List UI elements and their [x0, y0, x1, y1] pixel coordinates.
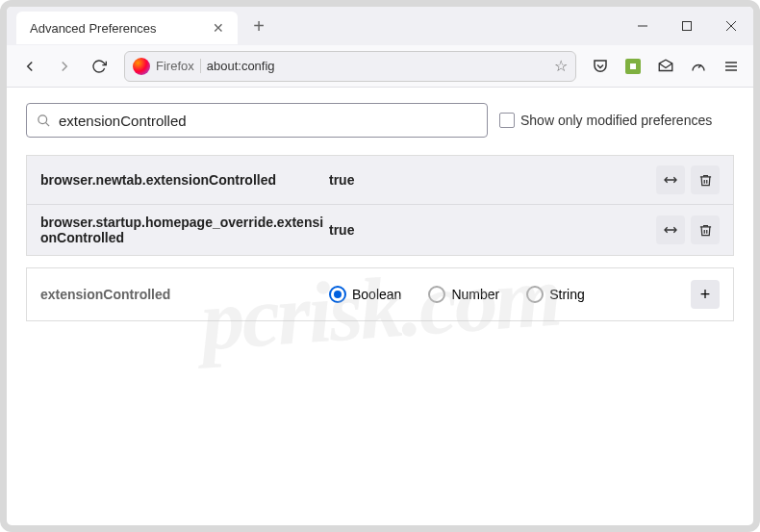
preference-row: browser.newtab.extensionControlled true [27, 156, 733, 205]
titlebar: Advanced Preferences ✕ + [7, 7, 753, 45]
radio-icon [428, 286, 445, 303]
extension-icon[interactable] [619, 52, 647, 81]
window-frame: Advanced Preferences ✕ + Firef [0, 0, 760, 532]
window-controls [621, 7, 753, 45]
preference-actions [656, 165, 720, 194]
new-preference-name: extensionControlled [40, 287, 329, 302]
radio-string[interactable]: String [526, 286, 585, 303]
toggle-button[interactable] [656, 165, 685, 194]
inbox-icon[interactable] [651, 52, 680, 81]
radio-number[interactable]: Number [428, 286, 499, 303]
content-area: extensionControlled Show only modified p… [7, 88, 753, 337]
preference-actions [656, 215, 720, 244]
gauge-icon[interactable] [684, 52, 713, 81]
firefox-logo-icon [133, 58, 150, 75]
new-preference-row: extensionControlled Boolean Number Strin… [26, 267, 734, 321]
reload-button[interactable] [84, 51, 114, 82]
search-icon [37, 114, 51, 128]
new-tab-button[interactable]: + [245, 13, 272, 39]
addressbar-fx-label: Firefox [156, 59, 201, 73]
checkbox-label: Show only modified preferences [520, 113, 712, 128]
toggle-button[interactable] [656, 215, 685, 244]
search-row: extensionControlled Show only modified p… [26, 103, 734, 138]
svg-rect-1 [683, 22, 692, 31]
checkbox-icon [499, 113, 515, 128]
svg-rect-5 [630, 63, 636, 69]
maximize-button[interactable] [665, 7, 709, 45]
back-button[interactable] [14, 51, 45, 82]
close-window-button[interactable] [709, 7, 753, 45]
radio-icon [526, 286, 544, 303]
add-button[interactable]: + [691, 280, 720, 309]
svg-line-11 [45, 122, 49, 126]
address-bar[interactable]: Firefox about:config ☆ [124, 51, 576, 82]
radio-label: Boolean [352, 287, 401, 302]
show-modified-checkbox[interactable]: Show only modified preferences [499, 113, 712, 128]
forward-button[interactable] [49, 51, 80, 82]
bookmark-star-icon[interactable]: ☆ [554, 57, 568, 75]
preference-value: true [329, 172, 656, 188]
radio-label: String [549, 287, 585, 302]
close-tab-icon[interactable]: ✕ [209, 18, 228, 38]
browser-tab[interactable]: Advanced Preferences ✕ [16, 12, 238, 44]
delete-button[interactable] [691, 215, 720, 244]
preference-value: true [329, 222, 656, 238]
preference-name: browser.newtab.extensionControlled [40, 172, 329, 188]
toolbar: Firefox about:config ☆ [7, 45, 753, 88]
hamburger-menu-icon[interactable] [717, 52, 746, 81]
search-input[interactable]: extensionControlled [26, 103, 488, 138]
search-text: extensionControlled [59, 113, 187, 129]
addressbar-url: about:config [207, 59, 554, 73]
type-radio-group: Boolean Number String [329, 286, 691, 303]
delete-button[interactable] [691, 165, 720, 194]
radio-icon [329, 286, 346, 303]
svg-point-10 [38, 114, 47, 123]
preferences-table: browser.newtab.extensionControlled true … [26, 155, 734, 256]
radio-label: Number [451, 287, 499, 302]
tab-title: Advanced Preferences [30, 21, 209, 36]
preference-name: browser.startup.homepage_override.extens… [40, 215, 329, 245]
pocket-icon[interactable] [586, 52, 615, 81]
radio-boolean[interactable]: Boolean [329, 286, 401, 303]
preference-row: browser.startup.homepage_override.extens… [27, 205, 733, 255]
minimize-button[interactable] [621, 7, 665, 45]
